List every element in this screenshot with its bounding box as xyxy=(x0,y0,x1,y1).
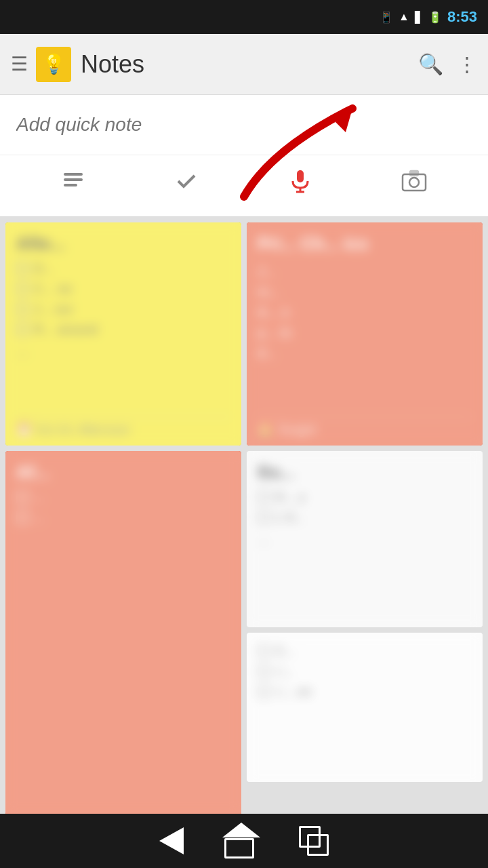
svg-rect-1 xyxy=(64,178,83,181)
blur-overlay xyxy=(5,222,241,446)
nav-bar xyxy=(0,814,488,868)
svg-rect-0 xyxy=(64,173,83,176)
app-logo: 💡 xyxy=(36,47,71,82)
camera-button[interactable] xyxy=(396,163,432,204)
svg-point-7 xyxy=(409,178,419,187)
checklist-button[interactable] xyxy=(169,163,204,204)
svg-rect-8 xyxy=(410,171,418,176)
notes-grid: Afte... D... C... ne J... our R... aroun… xyxy=(0,217,488,821)
svg-rect-6 xyxy=(403,174,426,191)
battery-icon: 🔋 xyxy=(428,11,442,24)
quick-note-toolbar xyxy=(0,155,488,216)
quick-note-input[interactable] xyxy=(0,95,488,155)
status-icons: 📱 ▲ ▋ 🔋 8:53 xyxy=(380,8,477,26)
more-options-icon[interactable]: ⋮ xyxy=(457,52,477,76)
phone-icon: 📱 xyxy=(380,11,393,24)
app-bar-actions: 🔍 ⋮ xyxy=(418,52,477,76)
app-title: Notes xyxy=(81,50,418,79)
lightbulb-icon: 💡 xyxy=(42,53,66,75)
note-card[interactable]: Afte... D... C... ne J... our R... aroun… xyxy=(5,222,241,446)
text-note-button[interactable] xyxy=(56,163,91,204)
svg-rect-3 xyxy=(297,170,304,182)
status-bar: 📱 ▲ ▋ 🔋 8:53 xyxy=(0,0,488,34)
back-button[interactable] xyxy=(159,827,184,854)
note-card[interactable]: Pri... Ch... ics J...m...A... op... tod.… xyxy=(247,222,483,446)
blur-overlay xyxy=(247,633,483,782)
blur-overlay xyxy=(247,451,483,627)
app-bar: ☰ 💡 Notes 🔍 ⋮ xyxy=(0,34,488,95)
home-button[interactable] xyxy=(224,823,258,860)
note-card[interactable]: Ba... D... y L S... ... xyxy=(247,451,483,627)
note-card[interactable]: C... □... □... on xyxy=(247,633,483,782)
blur-overlay xyxy=(5,451,241,815)
quick-note-area xyxy=(0,95,488,217)
note-card[interactable]: Af... ... ... xyxy=(5,451,241,815)
search-icon[interactable]: 🔍 xyxy=(418,52,443,76)
blur-overlay xyxy=(247,222,483,446)
clock: 8:53 xyxy=(447,8,477,26)
recents-button[interactable] xyxy=(299,826,329,856)
signal-icon: ▋ xyxy=(415,11,423,24)
wifi-icon: ▲ xyxy=(399,11,409,23)
svg-rect-2 xyxy=(64,184,77,186)
voice-button[interactable] xyxy=(283,163,318,204)
menu-icon[interactable]: ☰ xyxy=(11,53,28,75)
